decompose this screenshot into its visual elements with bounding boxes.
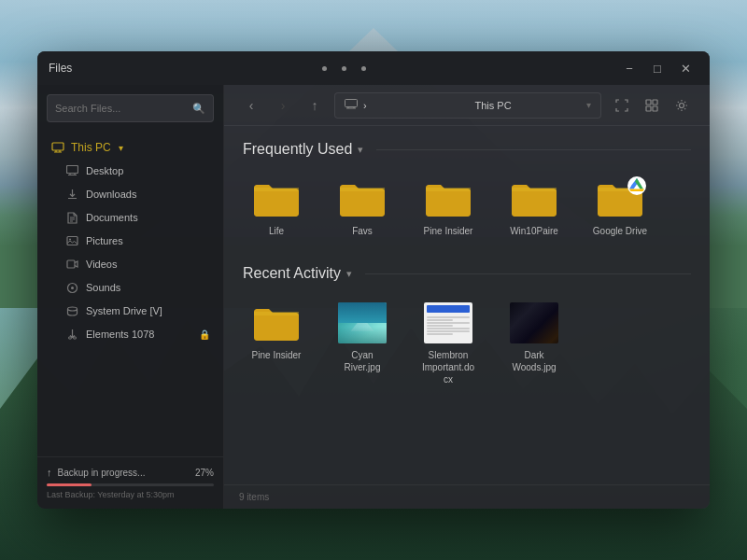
maximize-button[interactable]: □ — [644, 55, 670, 81]
recent-activity-divider — [365, 273, 691, 274]
dark-woods-preview — [510, 302, 558, 343]
cyan-river-preview — [338, 302, 387, 343]
fullscreen-button[interactable] — [609, 92, 635, 119]
sidebar-item-documents[interactable]: Documents — [41, 206, 219, 229]
files-window: Files − □ ✕ 🔍 — [37, 51, 710, 509]
sounds-label: Sounds — [86, 282, 120, 293]
svg-rect-0 — [52, 143, 63, 150]
sidebar-item-system-drive[interactable]: System Drive [V] — [41, 300, 219, 322]
doc-line-7 — [427, 333, 453, 335]
recent-pine-insider[interactable]: Pine Insider — [243, 297, 310, 391]
svg-rect-1 — [66, 165, 78, 173]
folder-favs-label: Favs — [352, 225, 373, 237]
search-input[interactable] — [55, 103, 192, 114]
sidebar-item-videos[interactable]: Videos — [41, 253, 219, 275]
doc-line-5 — [427, 328, 470, 329]
toolbar: ‹ › ↑ › This PC ▾ — [224, 85, 710, 126]
up-button[interactable]: ↑ — [303, 93, 327, 118]
main-layout: 🔍 This PC ▾ — [37, 85, 710, 509]
folder-google-drive[interactable]: Google Drive — [586, 173, 654, 243]
desktop-label: Desktop — [86, 165, 123, 176]
videos-icon — [65, 258, 78, 271]
folder-pine-insider[interactable]: Pine Insider — [415, 173, 482, 243]
window-title: Files — [49, 62, 72, 75]
folder-win10-icon — [510, 178, 558, 219]
svg-rect-14 — [653, 106, 657, 111]
recent-activity-chevron[interactable]: ▾ — [346, 268, 352, 280]
downloads-label: Downloads — [86, 189, 136, 200]
file-area: Frequently Used ▾ Life — [224, 126, 710, 484]
forward-button[interactable]: › — [271, 93, 295, 118]
frequently-used-grid: Life Favs — [243, 173, 691, 243]
elements-label: Elements 1078 — [86, 329, 154, 340]
svg-rect-11 — [646, 100, 651, 105]
settings-button[interactable] — [669, 92, 695, 119]
backup-bar-fill — [47, 483, 92, 486]
folder-life[interactable]: Life — [243, 173, 310, 243]
svg-rect-4 — [67, 260, 75, 268]
svg-rect-12 — [653, 100, 657, 105]
frequently-used-header: Frequently Used ▾ — [243, 141, 691, 158]
svg-rect-10 — [345, 100, 358, 107]
sidebar-item-sounds[interactable]: Sounds — [41, 276, 219, 299]
back-button[interactable]: ‹ — [239, 93, 263, 118]
svg-point-3 — [69, 238, 71, 240]
status-bar: 9 items — [224, 484, 710, 509]
recent-slembron[interactable]: Slembron Important.docx — [415, 297, 482, 391]
this-pc-icon — [50, 140, 65, 155]
sidebar: 🔍 This PC ▾ — [37, 85, 224, 509]
doc-line-1 — [427, 316, 470, 318]
frequently-used-divider — [376, 149, 691, 150]
recent-dark-woods[interactable]: Dark Woods.jpg — [500, 297, 568, 391]
folder-gdrive-icon — [596, 178, 644, 219]
folder-pine-icon — [424, 178, 472, 219]
svg-point-7 — [67, 307, 77, 311]
location-bar[interactable]: › This PC ▾ — [334, 92, 601, 119]
folder-favs-icon — [338, 178, 387, 219]
recent-cyan-river[interactable]: Cyan River.jpg — [329, 297, 396, 391]
recent-pine-folder-icon — [252, 302, 301, 343]
download-icon — [65, 188, 78, 201]
gdrive-badge — [627, 176, 646, 195]
doc-spacer — [427, 314, 470, 315]
svg-point-6 — [71, 287, 74, 289]
minimize-button[interactable]: − — [616, 55, 642, 81]
sky-layer — [338, 302, 387, 323]
cyan-river-label: Cyan River.jpg — [334, 349, 390, 373]
desktop-icon — [65, 164, 78, 177]
backup-upload-icon: ↑ — [47, 467, 52, 478]
window-controls: − □ ✕ — [616, 55, 698, 81]
title-bar-center — [322, 66, 366, 71]
frequently-used-chevron[interactable]: ▾ — [358, 144, 363, 156]
doc-line-2 — [427, 319, 453, 321]
doc-line-6 — [427, 330, 470, 332]
folder-win10paire[interactable]: Win10Paire — [500, 173, 568, 243]
this-pc-item[interactable]: This PC ▾ — [41, 135, 219, 160]
title-bar-left: Files — [49, 62, 72, 75]
sidebar-item-elements[interactable]: Elements 1078 🔒 — [41, 323, 219, 345]
title-dot-3 — [361, 66, 366, 71]
system-drive-icon — [65, 304, 78, 317]
search-icon: 🔍 — [192, 103, 205, 115]
sidebar-item-pictures[interactable]: Pictures — [41, 230, 219, 252]
svg-point-15 — [680, 103, 684, 107]
location-expand-icon[interactable]: ▾ — [586, 100, 591, 110]
videos-label: Videos — [86, 259, 117, 270]
location-computer-icon — [345, 99, 358, 111]
toolbar-right — [609, 92, 695, 119]
doc-header — [427, 305, 470, 313]
this-pc-chevron: ▾ — [119, 143, 123, 153]
sidebar-item-downloads[interactable]: Downloads — [41, 183, 219, 205]
location-separator: › — [363, 100, 470, 111]
search-bar[interactable]: 🔍 — [47, 94, 214, 122]
folder-favs[interactable]: Favs — [329, 173, 396, 243]
backup-status: ↑ Backup in progress... 27% — [47, 467, 214, 478]
svg-rect-8 — [68, 337, 71, 339]
cyan-river-thumb — [338, 302, 387, 343]
sidebar-item-desktop[interactable]: Desktop — [41, 160, 219, 182]
view-toggle-button[interactable] — [639, 92, 665, 119]
close-button[interactable]: ✕ — [672, 55, 698, 81]
lock-icon: 🔒 — [199, 329, 210, 340]
folder-life-icon — [252, 178, 301, 219]
sounds-icon — [65, 281, 78, 294]
